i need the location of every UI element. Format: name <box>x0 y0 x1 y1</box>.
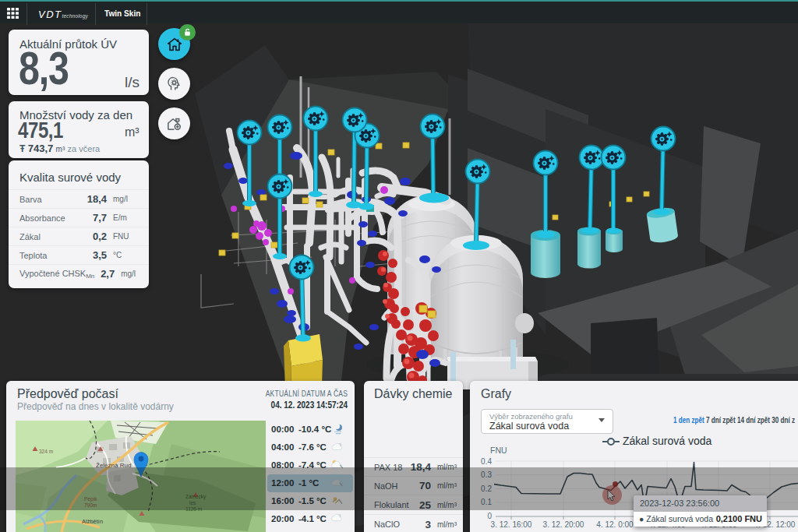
svg-text:0: 0 <box>487 512 492 520</box>
svg-text:0.4: 0.4 <box>481 457 492 466</box>
svg-text:3. 12. 16:00: 3. 12. 16:00 <box>491 520 532 529</box>
svg-text:Alžbětín: Alžbětín <box>82 518 103 525</box>
svg-text:324 m: 324 m <box>39 449 53 454</box>
svg-text:3. 12. 20:00: 3. 12. 20:00 <box>543 520 584 529</box>
svg-text:FNU: FNU <box>490 446 507 455</box>
svg-text:4. 12. 0:00: 4. 12. 0:00 <box>596 520 634 529</box>
